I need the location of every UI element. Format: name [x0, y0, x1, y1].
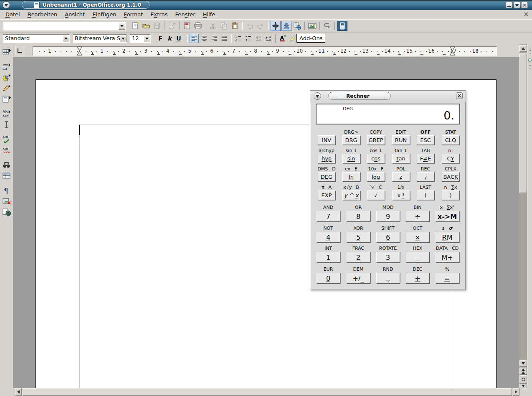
autotext-button[interactable]: AbABC	[2, 109, 12, 119]
close-window-button[interactable]: ×	[521, 2, 528, 8]
calc-key-DRG[interactable]: DRG	[342, 135, 360, 145]
menu-einfuegen[interactable]: Einfügen	[89, 10, 120, 18]
horizontal-scrollbar[interactable]	[13, 388, 519, 396]
calc-key-4[interactable]: 4	[317, 232, 340, 243]
calc-key-z[interactable]: z	[392, 172, 410, 182]
calc-key-key[interactable]: (	[417, 190, 435, 200]
calculator-menu-button[interactable]	[314, 92, 321, 100]
maximize-button[interactable]	[514, 2, 520, 8]
font-dropdown-button[interactable]	[120, 35, 127, 42]
calculator-button[interactable]	[337, 21, 347, 31]
minimize-button[interactable]	[506, 2, 512, 8]
calc-key-key[interactable]: =	[436, 273, 459, 284]
url-combobox[interactable]	[3, 22, 126, 30]
highlighting-button[interactable]	[288, 34, 297, 43]
calc-key-x-M[interactable]: x->M	[436, 211, 459, 222]
scroll-right-button[interactable]	[513, 388, 519, 396]
calc-key-2[interactable]: 2	[347, 252, 370, 263]
numbered-list-button[interactable]: 12	[234, 34, 243, 43]
navigation-button[interactable]	[519, 375, 527, 383]
navigator-button[interactable]	[271, 21, 281, 31]
draw-functions-button[interactable]	[2, 83, 12, 93]
calc-key-6[interactable]: 6	[376, 232, 400, 243]
calc-key-DEG[interactable]: DEG	[318, 172, 336, 182]
increase-indent-button[interactable]	[264, 34, 273, 43]
calc-key-i[interactable]: i	[417, 172, 435, 182]
export-pdf-button[interactable]	[182, 21, 192, 31]
underline-button[interactable]: U	[175, 34, 183, 43]
auto-spellcheck-button[interactable]: ABC	[2, 145, 12, 155]
calc-key-GREP[interactable]: GREP	[367, 135, 385, 145]
right-indent-marker[interactable]	[450, 46, 455, 57]
cut-button[interactable]	[208, 21, 218, 31]
scroll-down-button[interactable]	[519, 360, 527, 367]
calc-key-key[interactable]: )	[442, 190, 460, 200]
calc-key-tan[interactable]: tan	[392, 154, 410, 163]
calc-key-0[interactable]: 0	[317, 273, 340, 284]
ruler-strip[interactable]: 1123456789101112131415161718	[33, 46, 497, 56]
calc-key-EXP[interactable]: EXP	[318, 190, 336, 200]
decrease-indent-button[interactable]	[254, 34, 263, 43]
calc-key-F-E[interactable]: F#E	[417, 154, 435, 163]
menu-bearbeiten[interactable]: Bearbeiten	[24, 10, 61, 18]
calc-key-1[interactable]: 1	[317, 252, 340, 263]
spellcheck-button[interactable]: ABC	[2, 134, 12, 144]
redo-button[interactable]	[256, 21, 266, 31]
left-indent-marker[interactable]	[77, 46, 82, 57]
calc-key-CY[interactable]: CY	[442, 154, 460, 163]
calc-key-7[interactable]: 7	[317, 211, 340, 222]
menu-datei[interactable]: Datei	[2, 10, 24, 18]
calc-key-8[interactable]: 8	[347, 211, 370, 222]
style-dropdown-button[interactable]	[63, 35, 69, 42]
align-justify-button[interactable]	[220, 34, 229, 43]
calculator-window[interactable]: Rechner × DEG 0. DRG>COPYEDITOFFSTATINVD…	[310, 90, 466, 290]
font-size-combobox[interactable]: 12	[130, 34, 151, 43]
menu-fenster[interactable]: Fenster	[171, 10, 199, 18]
calc-key-key[interactable]: +/_	[347, 273, 370, 284]
stylist-button[interactable]	[281, 21, 291, 31]
align-left-button[interactable]	[190, 34, 199, 43]
open-button[interactable]	[141, 21, 151, 31]
calc-key-INV[interactable]: INV	[318, 135, 336, 145]
form-button[interactable]	[2, 94, 12, 104]
bold-button[interactable]: F	[156, 34, 165, 43]
align-right-button[interactable]	[210, 34, 219, 43]
window-menu-button[interactable]	[3, 1, 10, 9]
calc-key-key[interactable]: +	[406, 273, 430, 284]
new-document-button[interactable]	[130, 21, 140, 31]
url-dropdown-button[interactable]	[119, 23, 125, 30]
save-button[interactable]	[152, 21, 162, 31]
calc-key-M[interactable]: M+	[436, 252, 459, 263]
calc-key-5[interactable]: 5	[347, 232, 370, 243]
undo-button[interactable]	[245, 21, 255, 31]
url-input[interactable]	[3, 23, 119, 30]
insert-button[interactable]	[2, 61, 12, 71]
tab-stop-type-button[interactable]	[15, 46, 24, 55]
nonprinting-characters-button[interactable]: ¶	[2, 185, 12, 195]
gallery-button[interactable]	[307, 21, 317, 31]
calc-key-log[interactable]: log	[367, 172, 385, 182]
calc-key-RM[interactable]: RM	[436, 232, 459, 243]
previous-page-button[interactable]	[519, 368, 527, 375]
scroll-up-button[interactable]	[519, 45, 527, 52]
calc-key-3[interactable]: 3	[376, 252, 400, 263]
insert-table-button[interactable]	[2, 47, 12, 57]
edit-file-button[interactable]	[167, 21, 177, 31]
horizontal-scrollbar-thumb[interactable]	[23, 388, 512, 396]
calc-key-key[interactable]: ÷	[406, 211, 430, 222]
calc-key-CLQ[interactable]: CLQ	[442, 135, 460, 145]
paragraph-style-combobox[interactable]: Standard	[3, 34, 70, 43]
insert-object-button[interactable]	[2, 72, 12, 82]
online-layout-button[interactable]	[2, 207, 12, 217]
close-document-icon[interactable]: ×	[523, 11, 529, 18]
calc-key-ln[interactable]: ln	[342, 172, 360, 182]
calc-key-y-x[interactable]: y ^ x	[342, 190, 360, 200]
vertical-scrollbar-thumb[interactable]	[519, 53, 527, 193]
menu-extras[interactable]: Extras	[147, 10, 171, 18]
menu-ansicht[interactable]: Ansicht	[61, 10, 89, 18]
font-color-button[interactable]: A	[278, 34, 287, 43]
print-button[interactable]	[193, 21, 203, 31]
paste-button[interactable]	[230, 21, 240, 31]
data-sources-button[interactable]	[2, 170, 12, 180]
calc-key-cos[interactable]: cos	[367, 154, 385, 163]
